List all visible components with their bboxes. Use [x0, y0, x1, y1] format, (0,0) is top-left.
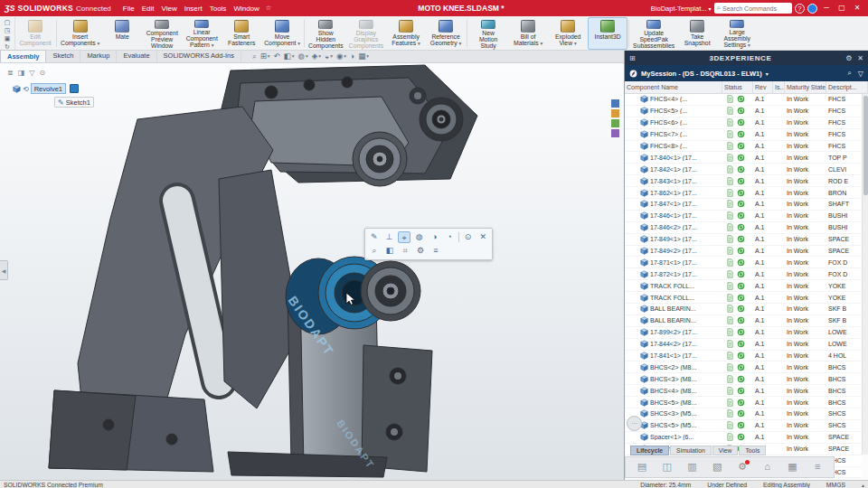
collaborate-icon[interactable]: ▤: [634, 459, 650, 475]
component-row[interactable]: Spacer<1> (6...A.1In WorkSPACE: [625, 432, 862, 444]
mate-button[interactable]: Mate: [102, 17, 142, 50]
panel-tab-simulation[interactable]: Simulation: [670, 446, 712, 455]
component-row[interactable]: TRACK FOLL...A.1In WorkYOKE: [625, 292, 862, 304]
column-header-2[interactable]: Rev: [753, 81, 773, 94]
section-view-icon[interactable]: ◧▾: [284, 52, 295, 61]
component-row[interactable]: 17-849<2> (17...A.1In WorkSPACE: [625, 246, 862, 258]
simulate-icon[interactable]: ⚙: [734, 459, 750, 475]
hide-component-icon[interactable]: ◍: [413, 231, 426, 243]
menu-insert[interactable]: Insert: [181, 5, 206, 13]
component-row[interactable]: FHCS<5> (...A.1In WorkFHCS: [625, 106, 862, 117]
component-row[interactable]: 17-840<1> (17...A.1In WorkTOP P: [625, 152, 862, 164]
zoom-to-selection-icon[interactable]: ⌕: [368, 245, 381, 257]
component-row[interactable]: 17-843<1> (17...A.1In WorkROD E: [625, 175, 862, 187]
export-icon[interactable]: ◫: [659, 459, 675, 475]
smart-fasteners-button[interactable]: Smart Fasteners: [222, 17, 261, 50]
tab-assembly[interactable]: Assembly: [0, 50, 46, 62]
edit-sketch-chip[interactable]: [70, 84, 79, 93]
component-row[interactable]: 17-871<1> (17...A.1In WorkFOX D: [625, 257, 862, 268]
component-row[interactable]: BHCS<5> (M8...A.1In WorkBHCS: [625, 397, 862, 408]
machine-icon[interactable]: ▧: [709, 459, 725, 475]
menu-edit[interactable]: Edit: [138, 5, 158, 13]
feature-node-sketch[interactable]: ✎ Sketch1: [54, 97, 94, 108]
plate-hole[interactable]: [342, 77, 353, 88]
status-units[interactable]: MMGS: [826, 482, 845, 488]
bill-of-materials-button[interactable]: Bill of Materials ▾: [508, 17, 548, 50]
minimize-button[interactable]: ─: [820, 0, 833, 16]
section-icon[interactable]: ◧: [383, 245, 396, 257]
component-row[interactable]: SHCS<5> (M5...A.1In WorkSHCS: [625, 420, 862, 432]
previous-view-icon[interactable]: ↶: [274, 52, 280, 61]
component-row[interactable]: BALL BEARIN...A.1In WorkSKF B: [625, 315, 862, 327]
home-icon[interactable]: ⌂: [760, 459, 776, 475]
column-header-4[interactable]: Maturity State: [785, 81, 826, 94]
reference-geometry-button[interactable]: Reference Geometry ▾: [426, 17, 466, 50]
component-row[interactable]: FHCS<4> (...A.1In WorkFHCS: [625, 94, 862, 106]
exploded-view-button[interactable]: Exploded View ▾: [548, 17, 588, 50]
component-row[interactable]: TRACK FOLL...A.1In WorkYOKE: [625, 280, 862, 292]
component-row[interactable]: BHCS<4> (M8...A.1In WorkBHCS: [625, 385, 862, 397]
component-row[interactable]: FHCS<8> (...A.1In WorkFHCS: [625, 141, 862, 153]
menu-tools[interactable]: Tools: [206, 5, 231, 13]
scrollbar-thumb[interactable]: [863, 96, 868, 195]
graphics-viewport[interactable]: BIODAPT BIODAPT: [0, 63, 624, 480]
help-icon[interactable]: ?: [795, 4, 805, 14]
search-input[interactable]: [722, 5, 789, 12]
featuretree-collapse-tab[interactable]: ◀: [0, 260, 8, 280]
save-icon[interactable]: ▣: [3, 35, 12, 42]
insert-components-button[interactable]: Insert Components ▾: [58, 17, 102, 50]
tree-display-icon[interactable]: ≣: [7, 69, 14, 77]
component-row[interactable]: FHCS<7> (...A.1In WorkFHCS: [625, 129, 862, 141]
filter-tree-icon[interactable]: ▽: [29, 69, 34, 77]
panel-collapse-button[interactable]: ⋯: [627, 416, 642, 431]
view-settings-icon[interactable]: ▦▾: [358, 52, 369, 61]
panel-filter-icon[interactable]: ▽: [858, 70, 863, 78]
pin-icon[interactable]: ⊙: [462, 231, 475, 243]
panel-tab-lifecycle[interactable]: Lifecycle: [630, 446, 669, 455]
zoom-area-icon[interactable]: ⊞▾: [260, 52, 270, 61]
new-motion-study-button[interactable]: New Motion Study: [468, 17, 508, 50]
column-header-0[interactable]: Component Name: [625, 81, 722, 94]
menu-file[interactable]: File: [119, 5, 138, 13]
compass-icon[interactable]: [629, 70, 637, 78]
panel-tab-view[interactable]: View: [712, 446, 739, 455]
display-pane-icon[interactable]: ◨: [18, 69, 25, 77]
user-avatar[interactable]: [807, 4, 817, 14]
widgets-icon[interactable]: ⊞: [629, 54, 636, 62]
panel-close-icon[interactable]: ✕: [857, 54, 863, 62]
linear-component-pattern-button[interactable]: Linear Component Pattern ▾: [182, 17, 222, 50]
feature-node-revolve[interactable]: ⟲ Revolve1: [13, 83, 94, 94]
configure-icon[interactable]: ⚙: [414, 245, 427, 257]
isolate-icon[interactable]: ◔: [443, 231, 456, 243]
component-row[interactable]: 17-842<1> (17...A.1In WorkCLEVI: [625, 164, 862, 175]
component-row[interactable]: 17-844<2> (17...A.1In WorkLOWE: [625, 339, 862, 351]
move-component-icon[interactable]: ⌖: [398, 231, 410, 243]
panel-scrollbar[interactable]: [862, 94, 868, 455]
cad-model-canvas[interactable]: BIODAPT BIODAPT: [0, 63, 624, 480]
component-row[interactable]: 17-849<1> (17...A.1In WorkSPACE: [625, 234, 862, 246]
lower-plate[interactable]: [362, 345, 432, 472]
tab-markup[interactable]: Markup: [80, 50, 117, 62]
view-orientation-icon[interactable]: ◈▾: [312, 52, 321, 61]
gear-icon[interactable]: ⚙: [845, 54, 852, 62]
open-icon[interactable]: ◳: [3, 27, 12, 34]
edit-feature-icon[interactable]: ✎: [368, 231, 381, 243]
grid-icon[interactable]: ▦: [784, 459, 800, 475]
tab-sketch[interactable]: Sketch: [46, 50, 80, 62]
statusbar-expand-icon[interactable]: ▴: [862, 482, 864, 488]
foot-bolt[interactable]: [103, 419, 114, 430]
foot-bolt[interactable]: [166, 434, 177, 445]
edit-appearance-icon[interactable]: ◑: [350, 52, 354, 61]
menu-window[interactable]: Window: [230, 5, 262, 13]
menu-view[interactable]: View: [157, 5, 180, 13]
instant3d-button[interactable]: Instant3D: [588, 17, 627, 50]
pin-icon[interactable]: ⊙: [39, 69, 45, 77]
favorites-star-icon[interactable]: ☆: [266, 5, 271, 12]
appearance-icon[interactable]: ◑: [429, 231, 441, 243]
maximize-button[interactable]: ▢: [835, 0, 848, 16]
update-speedpak-subassemblies-button[interactable]: Update SpeedPak Subassemblies: [630, 17, 677, 50]
knee-bearing[interactable]: [361, 261, 420, 321]
foot-plate-dark[interactable]: [49, 390, 136, 470]
component-row[interactable]: 17-862<1> (17...A.1In WorkBRON: [625, 187, 862, 199]
print3d-icon[interactable]: ▥: [684, 459, 700, 475]
